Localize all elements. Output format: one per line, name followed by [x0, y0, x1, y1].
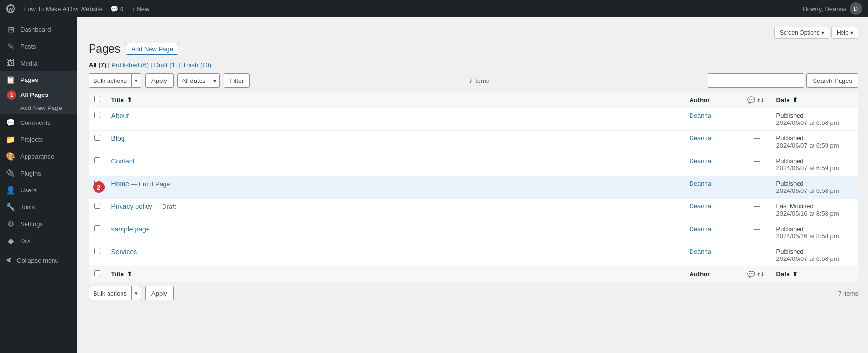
- collapse-icon: ⮜: [6, 257, 12, 264]
- comments-sort-arrows[interactable]: ⬆⬇: [757, 98, 764, 103]
- apply-button-top[interactable]: Apply: [145, 73, 174, 88]
- th-title[interactable]: Title ⬆: [107, 92, 685, 108]
- dates-dropdown-top[interactable]: All dates: [177, 73, 210, 88]
- author-link-sample-page[interactable]: Deanna: [690, 225, 712, 232]
- tfoot-date-sort-icon[interactable]: ⬆: [792, 271, 797, 278]
- sidebar-item-comments[interactable]: 💬 Comments: [0, 114, 77, 131]
- users-icon: 👤: [6, 186, 15, 195]
- page-title-link-privacy-policy[interactable]: Privacy policy: [111, 203, 153, 210]
- search-pages-input[interactable]: [708, 73, 804, 88]
- date-status: Published: [776, 248, 854, 255]
- page-title-link-contact[interactable]: Contact: [111, 157, 135, 165]
- author-link-blog[interactable]: Deanna: [690, 135, 712, 142]
- author-link-contact[interactable]: Deanna: [690, 157, 712, 164]
- sidebar-item-label-posts: Posts: [20, 43, 36, 50]
- date-sort-icon[interactable]: ⬆: [792, 96, 797, 104]
- pages-icon: 📋: [6, 75, 15, 84]
- filter-button-top[interactable]: Filter: [224, 73, 250, 88]
- filter-all[interactable]: All (7): [89, 61, 106, 68]
- sidebar-item-pages[interactable]: 📋 Pages: [0, 71, 77, 88]
- adminbar-new[interactable]: + New: [131, 5, 149, 13]
- select-all-checkbox-top[interactable]: [94, 96, 100, 102]
- bulk-arrow-bottom[interactable]: ▾: [132, 286, 141, 300]
- title-sort-icon[interactable]: ⬆: [127, 96, 132, 104]
- bulk-actions-dropdown-bottom[interactable]: Bulk actions: [89, 286, 132, 300]
- row-checkbox-input[interactable]: [94, 248, 100, 254]
- sidebar-item-label-dashboard: Dashboard: [20, 26, 51, 33]
- submenu-label-all-pages: All Pages: [20, 91, 49, 98]
- row-checkbox-input[interactable]: [94, 157, 100, 163]
- th-comments[interactable]: 💬 ⬆⬇: [743, 92, 772, 108]
- tools-icon: 🔧: [6, 203, 15, 212]
- author-link-services[interactable]: Deanna: [690, 248, 712, 255]
- step-badge-1: 1: [7, 90, 16, 100]
- row-checkbox: [89, 108, 107, 131]
- date-status: Published: [776, 135, 854, 142]
- sidebar-item-users[interactable]: 👤 Users: [0, 182, 77, 199]
- sidebar-item-label-tools: Tools: [20, 204, 35, 211]
- select-all-checkbox-bottom[interactable]: [94, 270, 100, 276]
- tfoot-date[interactable]: Date ⬆: [772, 266, 858, 282]
- row-checkbox-input[interactable]: [94, 225, 100, 231]
- sidebar-item-settings[interactable]: ⚙ Settings: [0, 216, 77, 232]
- main-content: Screen Options ▾ Help ▾ Pages Add New Pa…: [77, 17, 868, 353]
- tfoot-comments[interactable]: 💬 ⬆⬇: [743, 266, 772, 282]
- filter-trash[interactable]: Trash (10): [183, 61, 211, 68]
- dates-arrow-top[interactable]: ▾: [210, 73, 220, 88]
- adminbar-comments[interactable]: 💬 0: [110, 5, 123, 13]
- apply-button-bottom[interactable]: Apply: [145, 286, 174, 300]
- page-title-link-services[interactable]: Services: [111, 248, 137, 256]
- add-new-page-button[interactable]: Add New Page: [126, 43, 178, 55]
- row-checkbox-input[interactable]: [94, 112, 100, 118]
- date-status: Published: [776, 112, 854, 119]
- col-comments-cell: —: [743, 153, 772, 176]
- tfoot-comments-sort-arrows[interactable]: ⬆⬇: [757, 272, 764, 277]
- adminbar-site-name[interactable]: How To Make A Divi Website: [23, 5, 103, 13]
- row-checkbox: [89, 221, 107, 244]
- table-row: Privacy policy — Draft Deanna — Last Mod…: [89, 199, 858, 221]
- sidebar-item-tools[interactable]: 🔧 Tools: [0, 199, 77, 216]
- divi-icon: ◆: [6, 236, 15, 245]
- help-button[interactable]: Help ▾: [831, 27, 858, 39]
- sidebar-item-plugins[interactable]: 🔌 Plugins: [0, 165, 77, 182]
- tfoot-title-sort-icon[interactable]: ⬆: [127, 271, 132, 278]
- row-checkbox-input[interactable]: [94, 203, 100, 209]
- collapse-menu-button[interactable]: ⮜ Collapse menu: [0, 253, 77, 268]
- bulk-actions-dropdown-top[interactable]: Bulk actions: [89, 73, 132, 88]
- submenu-item-all-pages[interactable]: 1 All Pages: [0, 88, 77, 101]
- submenu-item-add-new-page[interactable]: Add New Page: [0, 101, 77, 114]
- screen-meta-bar: Screen Options ▾ Help ▾: [89, 27, 858, 39]
- bulk-arrow-top[interactable]: ▾: [132, 73, 141, 88]
- th-date[interactable]: Date ⬆: [772, 92, 858, 108]
- page-title-link-about[interactable]: About: [111, 112, 129, 120]
- author-link-about[interactable]: Deanna: [690, 112, 712, 119]
- sidebar-item-divi[interactable]: ◆ Divi: [0, 232, 77, 249]
- th-author: Author: [685, 92, 743, 108]
- avatar[interactable]: D: [850, 2, 862, 15]
- filter-published[interactable]: Published (6): [112, 61, 149, 68]
- sidebar-item-label-divi: Divi: [20, 237, 31, 244]
- col-date-cell: Published 2024/05/16 at 8:58 pm: [772, 221, 858, 244]
- sidebar-item-media[interactable]: 🖼 Media: [0, 55, 77, 71]
- row-checkbox-input[interactable]: [94, 135, 100, 141]
- sidebar-item-appearance[interactable]: 🎨 Appearance: [0, 148, 77, 165]
- page-title-link-home[interactable]: Home: [111, 180, 129, 188]
- sidebar-item-label-appearance: Appearance: [20, 153, 54, 160]
- sidebar-item-dashboard[interactable]: ⊞ Dashboard: [0, 21, 77, 38]
- filter-draft[interactable]: Draft (1): [154, 61, 177, 68]
- col-author-cell: Deanna: [685, 153, 743, 176]
- page-title-link-sample-page[interactable]: sample page: [111, 225, 150, 233]
- tfoot-title[interactable]: Title ⬆: [107, 266, 685, 282]
- table-row: sample page Deanna — Published 2024/05/1…: [89, 221, 858, 244]
- author-link-privacy-policy[interactable]: Deanna: [690, 203, 712, 210]
- tfoot-comments-icon: 💬: [747, 271, 755, 278]
- author-link-home[interactable]: Deanna: [690, 180, 712, 187]
- tfoot-checkbox: [89, 266, 107, 282]
- search-pages-button[interactable]: Search Pages: [806, 73, 858, 88]
- table-row: Contact Deanna — Published 2024/06/07 at…: [89, 153, 858, 176]
- sidebar-item-projects[interactable]: 📁 Projects: [0, 131, 77, 148]
- col-comments-cell: —: [743, 199, 772, 221]
- page-title-link-blog[interactable]: Blog: [111, 135, 125, 142]
- sidebar-item-posts[interactable]: ✎ Posts: [0, 38, 77, 55]
- screen-options-button[interactable]: Screen Options ▾: [774, 27, 829, 39]
